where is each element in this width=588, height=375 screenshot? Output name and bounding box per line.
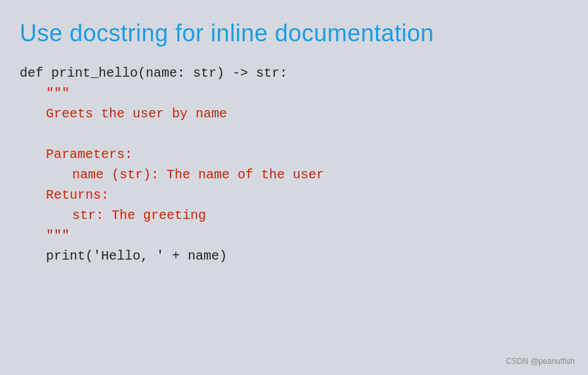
code-line-10: print('Hello, ' + name) <box>46 246 568 266</box>
code-line-8: str: The greeting <box>72 205 568 226</box>
slide-container: Use docstring for inline documentation d… <box>0 0 588 375</box>
code-line-6: name (str): The name of the user <box>72 165 568 185</box>
watermark: CSDN @peanutfish <box>506 357 575 366</box>
code-line-7-text: Returns: <box>46 188 109 203</box>
code-line-3-text: Greets the user by name <box>46 106 227 121</box>
slide-title: Use docstring for inline documentation <box>20 20 568 47</box>
code-block: def print_hello(name: str) -> str: """ G… <box>20 63 568 266</box>
code-line-3: Greets the user by name <box>46 104 568 124</box>
code-line-9-text: """ <box>46 228 70 243</box>
code-line-1-text: def print_hello(name: str) -> str: <box>20 66 287 81</box>
code-line-1: def print_hello(name: str) -> str: <box>20 63 568 83</box>
code-line-2-text: """ <box>46 86 70 101</box>
code-line-8-text: str: The greeting <box>72 208 206 223</box>
code-line-5: Parameters: <box>46 144 568 165</box>
code-line-10-text: print('Hello, ' + name) <box>46 248 227 264</box>
code-line-5-text: Parameters: <box>46 147 133 162</box>
code-line-7: Returns: <box>46 185 568 205</box>
code-line-6-text: name (str): The name of the user <box>72 167 324 182</box>
code-line-2: """ <box>46 83 568 104</box>
code-line-9: """ <box>46 226 568 246</box>
code-line-4 <box>20 124 568 144</box>
